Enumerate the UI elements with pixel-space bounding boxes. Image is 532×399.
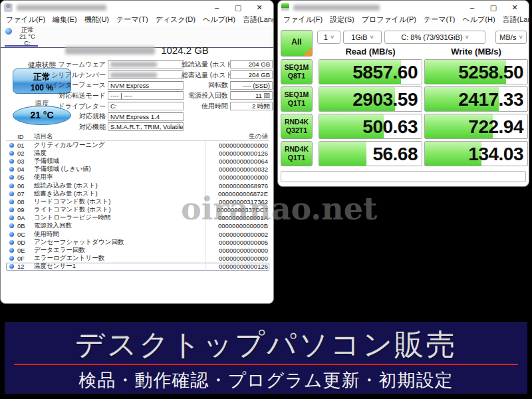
smart-row[interactable]: 08 リードコマンド数 (ホスト) 00000000317362 [6, 198, 269, 205]
menu-disk[interactable]: ディスク(D) [156, 15, 196, 25]
smart-row[interactable]: 0F エラーログエントリー数 00000000000000 [6, 255, 269, 263]
smart-raw-value: 00000000000000 [205, 174, 269, 182]
smart-row[interactable]: 02 温度 00000000000126 [6, 149, 269, 157]
minimize-button[interactable]: – [462, 1, 483, 13]
close-button[interactable]: ✕ [249, 1, 270, 13]
smart-row[interactable]: 09 ライトコマンド数 (ホスト) 00000000337DC7 [6, 206, 269, 214]
smart-status-dot-icon [9, 264, 14, 269]
field-row: 電源投入回数 11 回 [182, 90, 273, 101]
smart-row[interactable]: 12 温度センサー1 00000000000126 [6, 263, 269, 271]
smart-status-dot-icon [9, 184, 14, 188]
minimize-button[interactable]: – [206, 1, 227, 13]
test-count-select[interactable]: 1 ˅ [317, 31, 340, 44]
close-button[interactable]: ✕ [504, 1, 525, 13]
smart-status-dot-icon [9, 256, 14, 261]
banner-divider [14, 364, 518, 365]
smart-attribute-name: データエラー回数 [34, 246, 205, 255]
test-size-select[interactable]: 1GiB ˅ [343, 31, 382, 44]
smart-id: 01 [17, 142, 34, 149]
disk-capacity: 1024.2 GB [161, 45, 209, 56]
run-all-button[interactable]: All [281, 30, 313, 57]
smart-attribute-name: 使用率 [34, 173, 205, 182]
smart-row[interactable]: 07 総書き込み量 (ホスト) 0000000006872E [6, 190, 269, 198]
write-result-cell: 134.03 [424, 141, 528, 166]
field-label: 対応規格 [7, 112, 106, 121]
disk-tab-c[interactable]: 正常 21 °C C: [10, 27, 45, 47]
menu-language[interactable]: 言語(Language) [243, 15, 274, 25]
sales-banner: デスクトップパソコン販売 検品・動作確認・プログラム更新・初期設定 [5, 322, 527, 394]
smart-header-name: 項目名 [34, 132, 205, 141]
smart-status-dot-icon [9, 192, 14, 196]
write-result-value: 5258.50 [458, 60, 523, 84]
menu-theme[interactable]: テーマ(T) [116, 15, 148, 25]
unit-select[interactable]: MB/s ˅ [495, 31, 527, 44]
menu-theme[interactable]: テーマ(T) [424, 15, 456, 25]
smart-row[interactable]: 04 予備領域 (しきい値) 00000000000032 [6, 166, 269, 174]
menu-settings[interactable]: 設定(S) [330, 15, 354, 25]
diskmark-app-icon [281, 3, 289, 11]
menu-profile[interactable]: プロファイル(P) [362, 15, 416, 25]
menu-file[interactable]: ファイル(F) [283, 15, 323, 25]
smart-row[interactable]: 0D アンセーフシャットダウン回数 00000000000005 [6, 238, 269, 246]
smart-raw-value: 00000000000126 [205, 149, 269, 157]
smart-id: 05 [17, 174, 34, 181]
smart-status-dot-icon [9, 159, 14, 164]
field-label: ファームウェア [7, 60, 106, 69]
redacted-value [110, 62, 157, 67]
maximize-button[interactable]: ▢ [227, 1, 249, 13]
diskinfo-titlebar[interactable]: – ▢ ✕ [1, 1, 273, 14]
redacted-disk-model [65, 47, 155, 55]
field-label: 総書込量 (ホスト) [182, 70, 228, 80]
smart-id: 08 [17, 198, 34, 205]
smart-row[interactable]: 01 クリティカルワーニング 00000000000000 [6, 141, 269, 149]
smart-table: ID 項目名 生の値 01 クリティカルワーニング 00000000000000 [6, 133, 269, 271]
menu-help[interactable]: ヘルプ(H) [463, 15, 495, 25]
benchmark-row: RND4K Q1T1 56.68 134.03 [281, 141, 529, 166]
field-value-box: S.M.A.R.T., TRIM, VolatileWriteCache [108, 122, 184, 131]
field-row: ファームウェア [7, 59, 184, 70]
read-result-value: 56.68 [372, 142, 418, 166]
menu-language[interactable]: 言語(Language) [503, 15, 529, 25]
target-drive-select[interactable]: C: 8% (73/931GiB) ˅ [384, 31, 485, 44]
read-column-header: Read (MB/s) [319, 47, 422, 58]
field-value-box: C: [108, 102, 184, 110]
field-value: ---- (SSD) [243, 82, 270, 89]
chevron-down-icon: ˅ [519, 34, 522, 41]
smart-row[interactable]: 0E データエラー回数 00000000000000 [6, 246, 269, 254]
field-row: 対応規格 NVM Express 1.4 [7, 111, 184, 122]
smart-row[interactable]: 0A コントローラービジー時間 0000000000001A [6, 214, 269, 222]
menu-function[interactable]: 機能(U) [84, 15, 109, 25]
diskmark-titlebar[interactable]: – ▢ ✕ [278, 1, 529, 14]
field-value: NVM Express [110, 82, 149, 89]
menu-file[interactable]: ファイル(F) [6, 15, 45, 25]
smart-status-dot-icon [9, 167, 14, 172]
menu-edit[interactable]: 編集(E) [53, 15, 77, 25]
chevron-down-icon: ˅ [466, 34, 469, 41]
read-result-bar [319, 142, 366, 166]
menu-help[interactable]: ヘルプ(H) [203, 15, 235, 25]
smart-status-dot-icon [9, 207, 14, 212]
test-type-button[interactable]: SEQ1M Q1T1 [281, 86, 313, 112]
smart-row[interactable]: 0B 電源投入回数 0000000000000B [6, 222, 269, 230]
smart-header-id: ID [17, 133, 34, 140]
smart-row[interactable]: 0C 使用時間 00000000000002 [6, 230, 269, 238]
test-type-button[interactable]: RND4K Q1T1 [281, 141, 313, 166]
diskinfo-menubar: ファイル(F) 編集(E) 機能(U) テーマ(T) ディスク(D) ヘルプ(H… [1, 14, 273, 26]
redacted-window-title [17, 5, 106, 11]
maximize-button[interactable]: ▢ [483, 1, 504, 13]
smart-row[interactable]: 05 使用率 00000000000000 [6, 174, 269, 182]
smart-row[interactable]: 03 予備領域 00000000000064 [6, 157, 269, 165]
smart-attribute-name: コントローラービジー時間 [34, 213, 205, 222]
write-result-cell: 2417.33 [424, 86, 528, 112]
smart-attribute-name: 電源投入回数 [34, 221, 205, 230]
smart-raw-value: 00000000000000 [205, 141, 269, 149]
test-type-button[interactable]: RND4K Q32T1 [281, 114, 313, 139]
test-type-button[interactable]: SEQ1M Q8T1 [281, 59, 313, 84]
smart-row[interactable]: 06 総読み込み量 (ホスト) 00000000068976 [6, 182, 269, 190]
benchmark-rows: SEQ1M Q8T1 5857.60 5258.50 SEQ1M [281, 59, 529, 168]
read-result-cell: 5857.60 [319, 59, 422, 84]
crystaldiskinfo-window: – ▢ ✕ ファイル(F) 編集(E) 機能(U) テーマ(T) ディスク(D)… [0, 0, 274, 304]
field-row: 総読込量 (ホスト) 204 GB [182, 59, 273, 70]
field-label: 電源投入回数 [182, 91, 228, 100]
field-value: NVM Express 1.4 [110, 113, 160, 120]
